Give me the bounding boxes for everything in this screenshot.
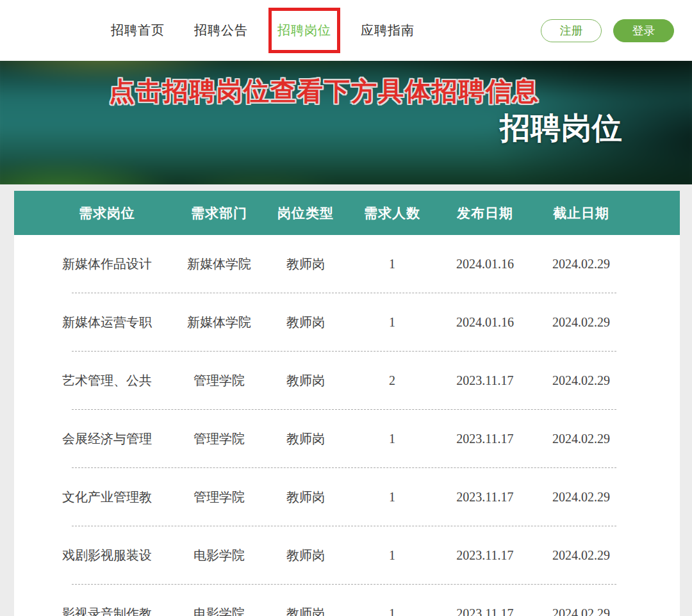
cell-position-type: 教师岗 [264, 314, 347, 331]
cell-publish-date: 2023.11.17 [437, 373, 533, 388]
cell-position-type: 教师岗 [264, 255, 347, 273]
login-button[interactable]: 登录 [613, 19, 674, 42]
cell-position-type: 教师岗 [264, 547, 347, 564]
cell-deadline: 2024.02.29 [533, 257, 629, 272]
cell-position: 新媒体运营专职 [14, 314, 174, 331]
nav-item-recruit-positions[interactable]: 招聘岗位 [268, 8, 340, 53]
cell-position: 新媒体作品设计 [14, 255, 174, 273]
cell-deadline: 2024.02.29 [533, 432, 629, 446]
table-row[interactable]: 戏剧影视服装设 电影学院 教师岗 1 2023.11.17 2024.02.29 [14, 526, 680, 584]
cell-publish-date: 2023.11.17 [437, 606, 533, 616]
column-header-publish-date: 发布日期 [437, 204, 533, 222]
table-row[interactable]: 艺术管理、公共 管理学院 教师岗 2 2023.11.17 2024.02.29 [14, 352, 680, 409]
column-header-headcount: 需求人数 [347, 204, 437, 222]
cell-headcount: 1 [347, 257, 437, 272]
cell-headcount: 2 [347, 373, 437, 388]
cell-publish-date: 2023.11.17 [437, 490, 533, 505]
cell-headcount: 1 [347, 548, 437, 563]
hero-banner: 点击招聘岗位查看下方具体招聘信息 招聘岗位 [0, 61, 692, 184]
cell-deadline: 2024.02.29 [533, 606, 629, 616]
cell-position: 影视录音制作教 [14, 605, 174, 616]
cell-headcount: 1 [347, 490, 437, 505]
cell-deadline: 2024.02.29 [533, 490, 629, 505]
table-row[interactable]: 影视录音制作教 电影学院 教师岗 1 2023.11.17 2024.02.29 [14, 585, 680, 616]
cell-position: 会展经济与管理 [14, 430, 174, 448]
cell-department: 新媒体学院 [174, 314, 264, 331]
table-row[interactable]: 新媒体作品设计 新媒体学院 教师岗 1 2024.01.16 2024.02.2… [14, 235, 680, 293]
cell-headcount: 1 [347, 606, 437, 616]
cell-position: 戏剧影视服装设 [14, 547, 174, 564]
cell-position-type: 教师岗 [264, 605, 347, 616]
cell-publish-date: 2023.11.17 [437, 432, 533, 446]
register-button[interactable]: 注册 [541, 19, 602, 42]
cell-publish-date: 2023.11.17 [437, 548, 533, 563]
cell-publish-date: 2024.01.16 [437, 257, 533, 272]
column-header-department: 需求部门 [174, 204, 264, 222]
cell-deadline: 2024.02.29 [533, 315, 629, 330]
hero-annotation-text: 点击招聘岗位查看下方具体招聘信息 [109, 74, 540, 109]
auth-buttons: 注册 登录 [541, 19, 674, 42]
nav-item-application-guide[interactable]: 应聘指南 [361, 22, 415, 39]
cell-headcount: 1 [347, 315, 437, 330]
column-header-position-type: 岗位类型 [264, 204, 347, 222]
cell-headcount: 1 [347, 432, 437, 446]
hero-page-title: 招聘岗位 [500, 108, 623, 149]
column-header-deadline: 截止日期 [533, 204, 629, 222]
cell-position-type: 教师岗 [264, 430, 347, 448]
cell-department: 管理学院 [174, 489, 264, 506]
positions-table-card: 需求岗位 需求部门 岗位类型 需求人数 发布日期 截止日期 新媒体作品设计 新媒… [14, 191, 680, 616]
table-row[interactable]: 会展经济与管理 管理学院 教师岗 1 2023.11.17 2024.02.29 [14, 410, 680, 467]
cell-position-type: 教师岗 [264, 372, 347, 389]
table-row[interactable]: 新媒体运营专职 新媒体学院 教师岗 1 2024.01.16 2024.02.2… [14, 293, 680, 351]
cell-department: 管理学院 [174, 372, 264, 389]
nav-item-recruit-announcements[interactable]: 招聘公告 [194, 22, 248, 39]
column-header-position: 需求岗位 [14, 204, 174, 222]
cell-department: 新媒体学院 [174, 255, 264, 273]
cell-deadline: 2024.02.29 [533, 548, 629, 563]
nav-item-recruit-home[interactable]: 招聘首页 [111, 22, 165, 39]
main-nav: 招聘首页 招聘公告 招聘岗位 应聘指南 [0, 8, 415, 53]
cell-position-type: 教师岗 [264, 489, 347, 506]
cell-deadline: 2024.02.29 [533, 373, 629, 388]
cell-publish-date: 2024.01.16 [437, 315, 533, 330]
cell-department: 电影学院 [174, 605, 264, 616]
top-navigation-bar: 招聘首页 招聘公告 招聘岗位 应聘指南 注册 登录 [0, 0, 692, 61]
table-row[interactable]: 文化产业管理教 管理学院 教师岗 1 2023.11.17 2024.02.29 [14, 468, 680, 526]
cell-position: 文化产业管理教 [14, 489, 174, 506]
cell-department: 管理学院 [174, 430, 264, 448]
table-header-row: 需求岗位 需求部门 岗位类型 需求人数 发布日期 截止日期 [14, 191, 680, 235]
cell-position: 艺术管理、公共 [14, 372, 174, 389]
cell-department: 电影学院 [174, 547, 264, 564]
